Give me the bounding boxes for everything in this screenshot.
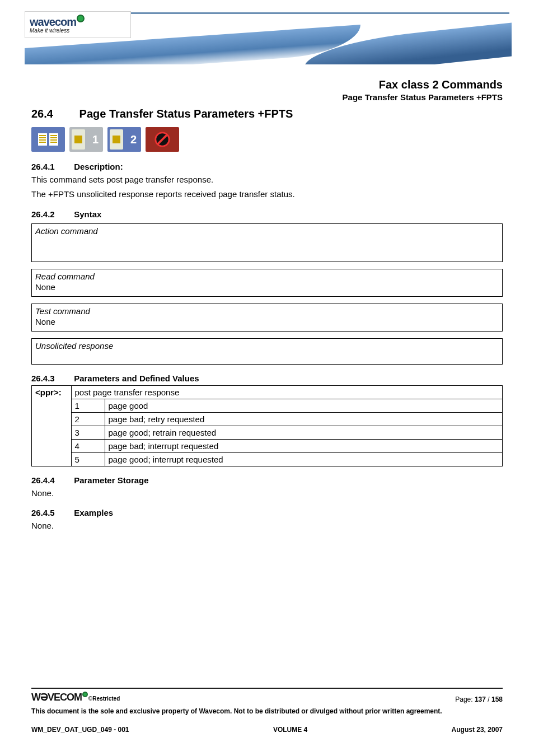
description-line-2: The +FPTS unsolicited response reports r… bbox=[31, 188, 503, 200]
footer-logo-mark-icon bbox=[82, 692, 88, 697]
description-line-1: This command sets post page transfer res… bbox=[31, 174, 503, 186]
param-value: 4 bbox=[71, 439, 105, 452]
prohibited-icon bbox=[146, 127, 179, 152]
icon-strip: 1 2 bbox=[31, 127, 503, 152]
footer-docid: WM_DEV_OAT_UGD_049 - 001 bbox=[31, 726, 129, 734]
section-heading-text: Page Transfer Status Parameters +FPTS bbox=[79, 108, 293, 120]
subsection-examples-heading: 26.4.5 Examples bbox=[31, 508, 503, 517]
param-header-desc: post page transfer response bbox=[71, 386, 502, 399]
syntax-action-label: Action command bbox=[35, 226, 499, 236]
param-value: 1 bbox=[71, 399, 105, 412]
footer-disclaimer: This document is the sole and exclusive … bbox=[31, 707, 503, 716]
param-desc: page bad; retry requested bbox=[105, 412, 502, 426]
table-row: 1 page good bbox=[32, 399, 502, 412]
syntax-unsolicited-label: Unsolicited response bbox=[35, 341, 499, 351]
table-row: <ppr>: post page transfer response bbox=[32, 386, 502, 399]
logo-wordmark: wavecom bbox=[30, 16, 76, 29]
header-banner: wavecom Make it wireless bbox=[0, 0, 534, 73]
logo-tagline: Make it wireless bbox=[30, 27, 130, 34]
syntax-test-box: Test command None bbox=[31, 304, 503, 332]
page-footer: WƏVECOM ©Restricted Page: 137 / 158 This… bbox=[31, 688, 503, 734]
examples-text: None. bbox=[31, 520, 503, 532]
param-value: 2 bbox=[71, 412, 105, 426]
parameters-table: <ppr>: post page transfer response 1 pag… bbox=[31, 385, 503, 466]
footer-restricted: ©Restricted bbox=[88, 696, 120, 702]
param-desc: page good; retrain requested bbox=[105, 426, 502, 439]
syntax-read-label: Read command bbox=[35, 272, 499, 281]
subsection-params-heading: 26.4.3 Parameters and Defined Values bbox=[31, 374, 503, 383]
section-number: 26.4 bbox=[31, 108, 76, 120]
syntax-test-value: None bbox=[35, 317, 499, 326]
storage-text: None. bbox=[31, 487, 503, 500]
section-title: Page Transfer Status Parameters +FPTS bbox=[31, 92, 503, 102]
table-row: 3 page good; retrain requested bbox=[32, 426, 502, 439]
footer-volume: VOLUME 4 bbox=[273, 726, 307, 734]
subsection-storage-heading: 26.4.4 Parameter Storage bbox=[31, 475, 503, 485]
page-title-block: Fax class 2 Commands Page Transfer Statu… bbox=[31, 78, 503, 102]
table-row: 4 page bad; interrupt requested bbox=[32, 439, 502, 452]
param-value: 3 bbox=[71, 426, 105, 439]
param-desc: page bad; interrupt requested bbox=[105, 439, 502, 452]
param-desc: page good; interrupt requested bbox=[105, 452, 502, 466]
syntax-unsolicited-box: Unsolicited response bbox=[31, 338, 503, 365]
subsection-syntax-heading: 26.4.2 Syntax bbox=[31, 209, 503, 219]
table-row: 2 page bad; retry requested bbox=[32, 412, 502, 426]
logo: wavecom Make it wireless bbox=[25, 11, 131, 38]
syntax-test-label: Test command bbox=[35, 306, 499, 316]
sim-2-number: 2 bbox=[130, 133, 137, 146]
subsection-description-heading: 26.4.1 Description: bbox=[31, 162, 503, 171]
syntax-read-box: Read command None bbox=[31, 269, 503, 297]
sim-2-icon: 2 bbox=[107, 127, 141, 152]
logo-mark-icon bbox=[77, 15, 85, 22]
sim-1-number: 1 bbox=[92, 133, 99, 146]
document-clip-icon bbox=[31, 127, 65, 152]
chapter-title: Fax class 2 Commands bbox=[31, 78, 503, 91]
param-value: 5 bbox=[71, 452, 105, 466]
page-number: Page: 137 / 158 bbox=[455, 696, 503, 703]
table-row: 5 page good; interrupt requested bbox=[32, 452, 502, 466]
footer-date: August 23, 2007 bbox=[452, 726, 503, 734]
syntax-action-box: Action command bbox=[31, 223, 503, 262]
footer-logo-wordmark: WƏVECOM bbox=[31, 691, 82, 703]
section-heading: 26.4 Page Transfer Status Parameters +FP… bbox=[31, 108, 503, 120]
syntax-read-value: None bbox=[35, 282, 499, 292]
param-name: <ppr>: bbox=[32, 386, 71, 466]
sim-1-icon: 1 bbox=[69, 127, 103, 152]
footer-logo: WƏVECOM ©Restricted bbox=[31, 691, 120, 703]
param-desc: page good bbox=[105, 399, 502, 412]
